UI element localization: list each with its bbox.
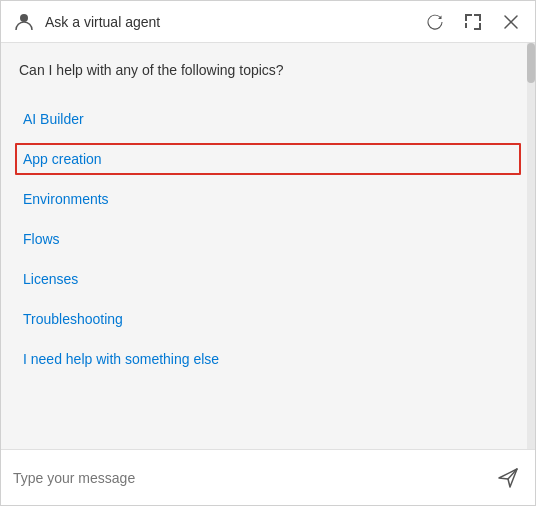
scrollbar-thumb[interactable]: [527, 43, 535, 83]
topic-item-ai-builder: AI Builder: [19, 99, 517, 139]
send-button[interactable]: [493, 463, 523, 493]
title-bar-controls: [423, 10, 523, 34]
chat-area: Can I help with any of the following top…: [1, 43, 535, 449]
topic-item-help-else: I need help with something else: [19, 339, 517, 379]
message-input[interactable]: [13, 470, 493, 486]
window-title: Ask a virtual agent: [45, 14, 160, 30]
topic-link-ai-builder[interactable]: AI Builder: [23, 111, 84, 127]
agent-icon: [13, 11, 35, 33]
topic-item-troubleshooting: Troubleshooting: [19, 299, 517, 339]
topic-item-licenses: Licenses: [19, 259, 517, 299]
refresh-button[interactable]: [423, 10, 447, 34]
topic-link-flows[interactable]: Flows: [23, 231, 60, 247]
expand-button[interactable]: [461, 10, 485, 34]
topic-link-troubleshooting[interactable]: Troubleshooting: [23, 311, 123, 327]
svg-point-0: [20, 14, 28, 22]
topic-list: AI BuilderApp creationEnvironmentsFlowsL…: [19, 99, 517, 379]
chat-question: Can I help with any of the following top…: [19, 61, 517, 81]
close-button[interactable]: [499, 10, 523, 34]
scrollbar-track[interactable]: [527, 43, 535, 449]
topic-item-flows: Flows: [19, 219, 517, 259]
topic-link-app-creation[interactable]: App creation: [23, 151, 102, 167]
topic-link-environments[interactable]: Environments: [23, 191, 109, 207]
topic-item-app-creation: App creation: [19, 139, 517, 179]
topic-item-environments: Environments: [19, 179, 517, 219]
title-bar-left: Ask a virtual agent: [13, 11, 160, 33]
topic-link-help-else[interactable]: I need help with something else: [23, 351, 219, 367]
topic-link-licenses[interactable]: Licenses: [23, 271, 78, 287]
input-area: [1, 449, 535, 505]
title-bar: Ask a virtual agent: [1, 1, 535, 43]
virtual-agent-window: Ask a virtual agent: [0, 0, 536, 506]
